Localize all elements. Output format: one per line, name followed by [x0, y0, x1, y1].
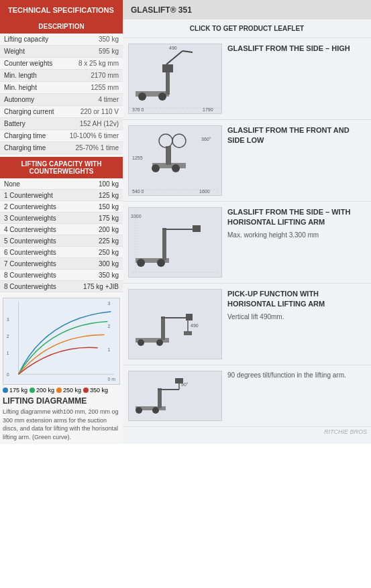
svg-text:1790: 1790 — [203, 107, 213, 112]
svg-rect-44 — [186, 314, 193, 320]
specs-table: Lifting capacity350 kgWeight595 kgCounte… — [0, 34, 123, 154]
svg-text:3300: 3300 — [131, 214, 142, 219]
svg-text:490: 490 — [191, 323, 199, 328]
svg-point-37 — [157, 259, 165, 267]
legend-dot — [3, 388, 8, 393]
diagram-title-3: GLASLIFT FROM THE SIDE – WITH HORISONTAL… — [227, 207, 366, 228]
svg-text:1: 1 — [7, 351, 9, 355]
svg-line-13 — [166, 51, 182, 64]
diagram-desc: Lifting diagramme with100 mm, 200 mm og … — [3, 408, 120, 441]
svg-text:2: 2 — [7, 334, 9, 339]
diagram-info-2: GLASLIFT FROM THE FRONT AND SIDE LOW — [227, 125, 366, 149]
legend-dot — [83, 388, 89, 393]
diagram-title: LIFTING DIAGRAMME — [3, 396, 120, 406]
legend-item: 250 kg — [56, 387, 81, 394]
svg-text:540 0: 540 0 — [132, 189, 144, 194]
lifting-row: 6 Counterweights250 kg — [0, 247, 123, 258]
diagram-item-3: 3300 GLASLIFT FROM THE SIDE – WITH HORIS… — [123, 202, 371, 284]
spec-row: Min. height1255 mm — [0, 82, 123, 94]
lifting-row: 1 Counterweight125 kg — [0, 190, 123, 201]
diagram-svg: 0 0 m 1 2 3 3 2 1 — [3, 298, 119, 384]
svg-point-36 — [137, 259, 145, 267]
spec-row: Lifting capacity350 kg — [0, 34, 123, 46]
diagram-item-1: 376 0 1790 490 GLASLIFT FROM THE SIDE – … — [123, 38, 371, 120]
svg-point-23 — [159, 134, 172, 148]
legend-item: 200 kg — [30, 387, 54, 394]
diagram-image-2: 540 0 1600 1255 360° — [128, 125, 222, 196]
svg-point-25 — [152, 164, 160, 172]
svg-rect-12 — [162, 64, 173, 72]
diagram-legend: 175 kg200 kg250 kg350 kg — [3, 387, 120, 394]
diagram-item-5: 90° 90 degrees tilt/function in the lift… — [123, 365, 371, 427]
spec-row: Counter weights8 x 25 kg mm — [0, 58, 123, 70]
diagram-image-5: 90° — [128, 371, 222, 421]
lifting-row: 8 Counterweights175 kg +JIB — [0, 281, 123, 292]
svg-point-47 — [138, 339, 144, 346]
svg-line-14 — [182, 51, 193, 52]
svg-point-26 — [172, 164, 180, 172]
svg-rect-51 — [158, 388, 162, 408]
diagram-title-2: GLASLIFT FROM THE FRONT AND SIDE LOW — [227, 125, 366, 146]
svg-rect-11 — [166, 71, 170, 95]
spec-row: Charging current220 or 110 V — [0, 106, 123, 118]
diagram-desc-4: Vertical lift 490mm. — [227, 312, 366, 322]
diagram-image-1: 376 0 1790 490 — [128, 44, 222, 114]
svg-point-56 — [152, 407, 159, 414]
svg-text:1255: 1255 — [132, 156, 143, 160]
diagram-info-1: GLASLIFT FROM THE SIDE – HIGH — [227, 44, 366, 56]
tab-glaslift[interactable]: GLASLIFT® 351 — [123, 0, 371, 19]
svg-point-15 — [138, 93, 146, 101]
diagram-info-3: GLASLIFT FROM THE SIDE – WITH HORISONTAL… — [227, 207, 366, 240]
svg-point-55 — [136, 407, 142, 414]
svg-text:3: 3 — [7, 317, 9, 322]
lifting-row: 5 Counterweights225 kg — [0, 235, 123, 247]
diagram-title-4: PICK-UP FUNCTION WITH HORISONTAL LIFTING… — [227, 289, 366, 310]
diagram-chart: 0 0 m 1 2 3 3 2 1 — [3, 298, 120, 385]
svg-text:3: 3 — [107, 301, 110, 306]
lifting-section: LIFTING CAPACITY WITH COUNTERWEIGHTS Non… — [0, 157, 123, 292]
svg-point-16 — [158, 93, 166, 101]
lifting-row: 8 Counterweights350 kg — [0, 270, 123, 281]
lifting-row: 7 Counterweights300 kg — [0, 258, 123, 270]
svg-rect-22 — [166, 146, 171, 165]
diagram-info-4: PICK-UP FUNCTION WITH HORISONTAL LIFTING… — [227, 289, 366, 322]
diagram-section: 0 0 m 1 2 3 3 2 1 17 — [0, 295, 123, 444]
lifting-table: None100 kg1 Counterweight125 kg2 Counter… — [0, 178, 123, 292]
diagram-info-5: 90 degrees tilt/function in the lifting … — [227, 371, 366, 380]
watermark: RITCHIE BROS — [123, 427, 371, 436]
svg-text:90°: 90° — [181, 382, 189, 387]
spec-row: Weight595 kg — [0, 46, 123, 58]
svg-rect-42 — [161, 316, 165, 340]
tab-technical-specifications[interactable]: TECHNICAL SPECIFICATIONS — [0, 0, 123, 19]
spec-row: Charging time10-100% 6 timer — [0, 130, 123, 142]
diagram-item-2: 540 0 1600 1255 360° GLASLIFT FROM THE F… — [123, 120, 371, 202]
svg-text:0: 0 — [7, 372, 9, 377]
legend-dot — [56, 388, 62, 393]
svg-text:2: 2 — [107, 324, 110, 329]
diagram-item-4: 490 PICK-UP FUNCTION WITH HORISONTAL LIF… — [123, 284, 371, 365]
lifting-row: 3 Counterweights175 kg — [0, 213, 123, 224]
svg-rect-46 — [184, 331, 192, 335]
lifting-row: None100 kg — [0, 178, 123, 190]
svg-rect-35 — [193, 225, 201, 232]
header-tabs: TECHNICAL SPECIFICATIONS GLASLIFT® 351 — [0, 0, 371, 19]
right-panel: CLICK TO GET PRODUCT LEAFLET 376 0 1790 … — [123, 19, 371, 444]
svg-point-24 — [172, 134, 186, 148]
svg-rect-33 — [162, 228, 166, 260]
svg-text:376 0: 376 0 — [132, 107, 144, 112]
diagram-desc-5: 90 degrees tilt/function in the lifting … — [227, 371, 366, 380]
legend-item: 350 kg — [83, 387, 108, 394]
svg-text:360°: 360° — [201, 137, 211, 141]
spec-row: Charging time25-70% 1 time — [0, 142, 123, 154]
spec-row: Min. length2170 mm — [0, 70, 123, 82]
legend-item: 175 kg — [3, 387, 28, 394]
svg-text:1600: 1600 — [199, 189, 210, 194]
svg-text:490: 490 — [169, 46, 177, 50]
diagram-desc-3: Max. working height 3.300 mm — [227, 231, 366, 240]
leaflet-button[interactable]: CLICK TO GET PRODUCT LEAFLET — [123, 19, 371, 38]
svg-text:0 m: 0 m — [107, 377, 115, 381]
legend-dot — [30, 388, 35, 393]
description-header: DESCRIPTION — [0, 19, 123, 34]
diagram-image-3: 3300 — [128, 207, 222, 278]
spec-row: Battery152 AH (12v) — [0, 118, 123, 130]
